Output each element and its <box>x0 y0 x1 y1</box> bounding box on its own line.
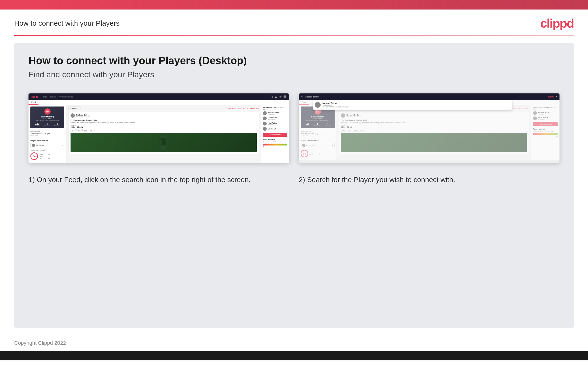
golfer-image <box>157 134 171 152</box>
search-icon-bar <box>301 96 304 98</box>
search-icon[interactable] <box>271 96 273 98</box>
user-role: Golf Coach <box>32 118 62 120</box>
user-name: Blair McHarg <box>32 116 62 118</box>
footer: Copyright Clippd 2022 <box>0 335 588 351</box>
steps-row: 1) On your Feed, click on the search ico… <box>28 175 560 185</box>
settings-icon[interactable] <box>279 96 282 98</box>
search-result-name[interactable]: Marcus Turner <box>323 102 350 104</box>
info-icon: ⓘ <box>45 149 46 151</box>
user-card: BM Blair McHarg Golf Coach Mill Ride Gol… <box>30 107 64 128</box>
svg-point-4 <box>162 135 166 138</box>
main-content: How to connect with your Players (Deskto… <box>14 43 574 328</box>
feed-tab[interactable]: Feed <box>28 100 38 105</box>
step-2-desc: 2) Search for the Player you wish to con… <box>299 175 560 185</box>
search-input[interactable]: Marcus Turner <box>305 96 546 98</box>
quality-bars: OTT 79 APP <box>40 154 50 159</box>
player-selector[interactable]: Eli Vincent ▾ <box>30 143 64 148</box>
post-image <box>70 133 257 152</box>
list-item: Piers Parnell Activities: 4 <box>263 117 287 120</box>
bar-app: APP 70 <box>40 156 50 157</box>
post-tags: OTT APP ARG PUTT <box>70 129 257 131</box>
score-row: 84 OTT 79 <box>30 151 64 161</box>
tag-putt: PUTT <box>88 129 95 131</box>
bottom-bar <box>0 351 588 360</box>
control-link[interactable]: Control who can see your activity and da… <box>228 107 259 109</box>
following-button[interactable]: Following ▾ <box>68 107 80 110</box>
list-item: Eli Vincent Activities: 1 <box>263 127 287 131</box>
svg-rect-6 <box>159 139 164 140</box>
player-avatar <box>263 117 267 120</box>
app-body-1: BM Blair McHarg Golf Coach Mill Ride Gol… <box>28 105 289 163</box>
player-avatar <box>263 111 267 115</box>
search-result-handicap: 1.5 Handicap <box>323 104 350 106</box>
stat-following: 4 Following <box>54 122 60 127</box>
close-button[interactable]: × <box>555 95 557 98</box>
svg-point-2 <box>275 96 276 97</box>
search-result-dropdown: Marcus Turner 1.5 Handicap Cypress Point… <box>313 100 512 110</box>
middle-panel: Following ▾ Control who can see your act… <box>67 105 261 163</box>
search-result-avatar <box>315 102 321 108</box>
post-title: Pre Tournament Course Walk <box>70 119 257 121</box>
page-title: How to connect with your Players <box>14 19 120 27</box>
post-desc: Walking the course with my coach to buil… <box>70 122 257 124</box>
nav-icons <box>271 95 286 98</box>
clear-button[interactable]: CLEAR <box>548 96 553 98</box>
bar-arg: ARG 64 <box>40 158 50 159</box>
svg-point-0 <box>271 96 272 97</box>
team-heatmap-title: Team Heatmap <box>263 138 287 140</box>
feed-tab-container: Feed <box>28 100 289 105</box>
post-avatar <box>70 113 75 118</box>
tag-arg: ARG <box>82 129 88 131</box>
svg-line-1 <box>272 97 273 98</box>
heatmap-subtitle: Player Quality - 20 Round Trend <box>263 141 287 143</box>
screenshot-1: clippd Home Teams My Performance <box>28 93 289 163</box>
player-list: Richard Butler Activities: 7 Piers Parne… <box>263 111 287 131</box>
post-card: Richard Butler Yesterday · The Grove Pre… <box>68 111 259 154</box>
player-avatar <box>263 127 267 131</box>
nav-my-performance[interactable]: My Performance <box>59 96 73 98</box>
tag-app: APP <box>77 129 82 131</box>
svg-rect-7 <box>161 146 163 150</box>
score-circle: 84 <box>30 152 38 160</box>
user-avatar-nav[interactable] <box>284 95 286 98</box>
header-divider <box>14 35 574 36</box>
app-mockup-2: Marcus Turner CLEAR × Marcus Turner 1.5 … <box>299 93 560 160</box>
nav-home[interactable]: Home <box>42 96 46 98</box>
post-user: Richard Butler <box>76 114 90 116</box>
main-subtitle: Find and connect with your Players <box>28 70 560 79</box>
people-icon <box>275 96 277 98</box>
svg-point-9 <box>301 96 303 97</box>
tag-ott: OTT <box>70 129 76 131</box>
player-performance-section: Player Performance Eli Vincent ▾ Total P… <box>30 138 64 161</box>
app-nav-1: clippd Home Teams My Performance <box>28 93 289 100</box>
user-stats: 129 Activities 3 Followers 4 Following <box>32 122 62 127</box>
list-item: Hiral Pujara Activities: 3 <box>263 122 287 126</box>
main-title: How to connect with your Players (Deskto… <box>28 55 560 66</box>
player-avatar <box>263 122 267 126</box>
copyright: Copyright Clippd 2022 <box>14 340 66 346</box>
svg-point-3 <box>280 97 281 97</box>
search-bar: Marcus Turner CLEAR × <box>299 93 560 100</box>
heatmap-bar <box>263 144 287 146</box>
nav-teams[interactable]: Teams <box>50 96 56 98</box>
quality-section: Total Player Quality ⓘ 84 OT <box>30 149 64 161</box>
latest-activity: Latest Activity Afternoon round of golf … <box>30 130 64 136</box>
screenshot-2: Marcus Turner CLEAR × Marcus Turner 1.5 … <box>299 93 560 163</box>
avatar: BM <box>44 108 51 115</box>
logo: clippd <box>540 16 574 30</box>
active-players-title: Most Active Players Last 30 days <box>263 107 287 110</box>
step-1-desc: 1) On your Feed, click on the search ico… <box>28 175 289 185</box>
stat-activities: 129 Activities <box>35 122 40 127</box>
following-header: Following ▾ Control who can see your act… <box>68 107 259 110</box>
top-bar <box>0 0 588 9</box>
screenshots-row: clippd Home Teams My Performance <box>28 93 560 163</box>
svg-rect-8 <box>163 146 165 150</box>
post-header: Richard Butler Yesterday · The Grove <box>70 113 257 118</box>
team-dashboard-button[interactable]: Team Dashboard <box>263 133 287 137</box>
heatmap-labels: -5 +5 <box>263 146 287 147</box>
right-panel: Most Active Players Last 30 days Richard… <box>261 105 289 163</box>
bar-ott: OTT 79 <box>40 154 50 156</box>
search-result-club: Cypress Point Club, United Kingdom <box>323 106 350 108</box>
stat-followers: 3 Followers <box>44 122 50 127</box>
chevron-down-icon: ▾ <box>78 107 79 109</box>
